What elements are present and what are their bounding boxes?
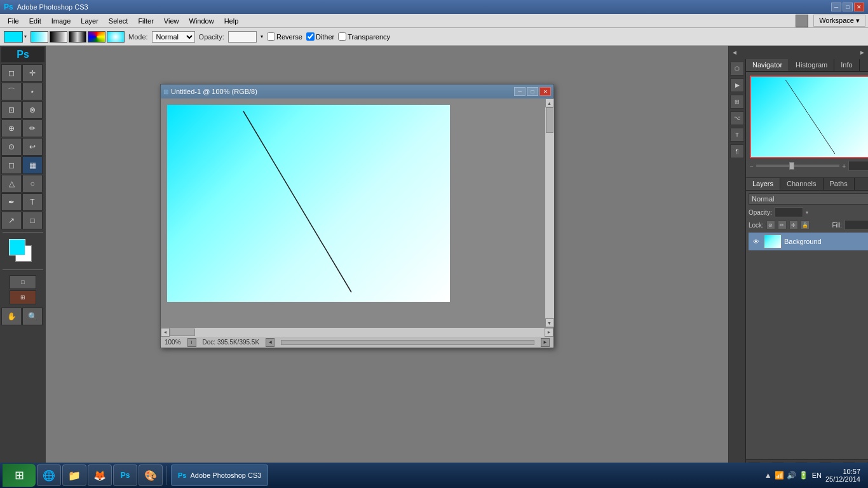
layer-item-background[interactable]: 👁 Background 🔒 [749,233,868,250]
gradient-preset-2[interactable] [50,31,67,43]
zoom-tool[interactable]: 🔍 [22,308,43,325]
foreground-color[interactable] [9,239,25,255]
menu-edit[interactable]: Edit [24,16,46,26]
zoom-slider[interactable] [756,165,839,167]
transparency-checkbox[interactable] [338,32,346,41]
status-info-icon[interactable]: i [187,338,196,347]
lock-position-icon[interactable]: ✛ [789,220,798,229]
text-tool[interactable]: T [22,193,43,211]
vertical-scrollbar[interactable]: ▲ ▼ [545,98,553,327]
taskbar-ps-icon[interactable]: Ps [113,464,137,486]
quick-mask-mode[interactable]: ⊞ [10,290,36,304]
taskbar-folder-icon[interactable]: 📁 [62,464,86,486]
lock-image-icon[interactable]: ✏ [778,220,787,229]
foreground-color-swatch[interactable] [4,31,23,43]
tray-volume-icon[interactable]: 🔊 [787,471,796,480]
scroll-track-v[interactable] [545,107,554,318]
strip-icon-3[interactable]: ⊞ [730,95,744,109]
layers-fill-input[interactable]: 100% [844,220,868,230]
reverse-checkbox-label[interactable]: Reverse [267,32,302,41]
blur-tool[interactable]: △ [1,175,22,193]
lock-all-icon[interactable]: 🔒 [801,220,810,229]
hand-tool[interactable]: ✋ [1,308,22,325]
lasso-tool[interactable]: ⌒ [1,83,22,100]
doc-minimize-button[interactable]: ─ [514,87,526,96]
zoom-slider-handle[interactable] [789,162,794,170]
status-slider[interactable] [281,340,534,345]
panel-collapse-left[interactable]: ◄ [731,49,738,56]
crop-tool[interactable]: ⊡ [1,101,22,119]
doc-maximize-button[interactable]: □ [527,87,538,96]
horizontal-scrollbar[interactable]: ◄ ► [161,327,553,336]
tab-info[interactable]: Info [834,59,859,71]
zoom-input[interactable]: 100% [848,161,868,171]
opacity-arrow[interactable]: ▾ [261,34,263,39]
scroll-track-h[interactable] [170,328,545,337]
taskbar-paint-icon[interactable]: 🎨 [139,464,163,486]
taskbar-ie-icon[interactable]: 🌐 [37,464,61,486]
tray-show-icon[interactable]: ▲ [764,471,772,480]
scroll-thumb-h[interactable] [170,329,195,336]
brush-tool[interactable]: ✏ [22,119,43,137]
scroll-up-button[interactable]: ▲ [545,98,554,107]
transparency-checkbox-label[interactable]: Transparency [338,32,390,41]
scroll-left-button[interactable]: ◄ [161,328,170,337]
gradient-preset-3[interactable] [69,31,86,43]
scroll-thumb-v[interactable] [546,107,553,133]
layer-visibility-toggle[interactable]: 👁 [751,236,761,247]
menu-view[interactable]: View [159,16,184,26]
healing-tool[interactable]: ⊕ [1,119,22,137]
marquee-tool[interactable]: ◻ [1,64,22,82]
dither-checkbox[interactable] [306,32,315,41]
tab-channels[interactable]: Channels [780,178,823,190]
magic-wand-tool[interactable]: ⋆ [22,83,43,100]
menu-window[interactable]: Window [184,16,219,26]
taskbar-firefox-icon[interactable]: 🦊 [88,464,112,486]
tab-layers[interactable]: Layers [746,178,780,190]
status-arrow-left[interactable]: ◄ [266,338,275,347]
scroll-right-button[interactable]: ► [545,328,553,337]
move-tool[interactable]: ✛ [22,64,43,82]
zoom-in-button[interactable]: + [842,163,846,170]
layers-opacity-input[interactable]: 100% [775,207,803,217]
strip-icon-1[interactable]: ⬡ [730,62,744,76]
strip-icon-5[interactable]: T [730,128,744,142]
opacity-row-arrow[interactable]: ▾ [806,210,808,215]
tab-paths[interactable]: Paths [824,178,855,190]
workspace-button[interactable]: Workspace ▾ [813,15,865,27]
standard-mode[interactable]: □ [10,275,36,289]
lock-transparency-icon[interactable]: ⊘ [766,220,775,229]
zoom-out-button[interactable]: − [750,163,754,170]
tab-navigator[interactable]: Navigator [746,59,789,71]
doc-close-button[interactable]: ✕ [539,87,551,96]
system-clock[interactable]: 10:57 25/12/2014 [825,468,860,483]
pen-tool[interactable]: ✒ [1,193,22,211]
menu-layer[interactable]: Layer [76,16,104,26]
slice-tool[interactable]: ⊗ [22,101,43,119]
gradient-tool active[interactable]: ▦ [22,156,43,174]
menu-file[interactable]: File [3,16,24,26]
tray-network-icon[interactable]: 📶 [775,471,784,480]
taskbar-running-ps[interactable]: Ps Adobe Photoshop CS3 [171,464,268,486]
shape-tool[interactable]: □ [22,212,43,229]
tool-preset-icon[interactable] [796,15,808,27]
menu-help[interactable]: Help [219,16,244,26]
minimize-button[interactable]: ─ [831,3,841,11]
navigator-preview[interactable] [750,76,868,158]
strip-icon-2[interactable]: ▶ [730,78,744,92]
language-indicator[interactable]: EN [812,471,822,479]
canvas-viewport[interactable] [161,98,545,327]
canvas-image[interactable] [167,105,450,302]
status-arrow-right[interactable]: ► [541,338,550,347]
maximize-button[interactable]: □ [843,3,853,11]
canvas-area[interactable]: ⊞ Untitled-1 @ 100% (RGB/8) ─ □ ✕ [46,46,728,474]
history-tool[interactable]: ↩ [22,138,43,156]
strip-icon-6[interactable]: ¶ [730,144,744,158]
gradient-preset-5[interactable] [107,31,125,43]
panel-expand-right[interactable]: ► [859,49,865,56]
tab-histogram[interactable]: Histogram [789,59,834,71]
menu-select[interactable]: Select [104,16,133,26]
dither-checkbox-label[interactable]: Dither [306,32,334,41]
menu-image[interactable]: Image [46,16,76,26]
scroll-down-button[interactable]: ▼ [545,318,554,327]
